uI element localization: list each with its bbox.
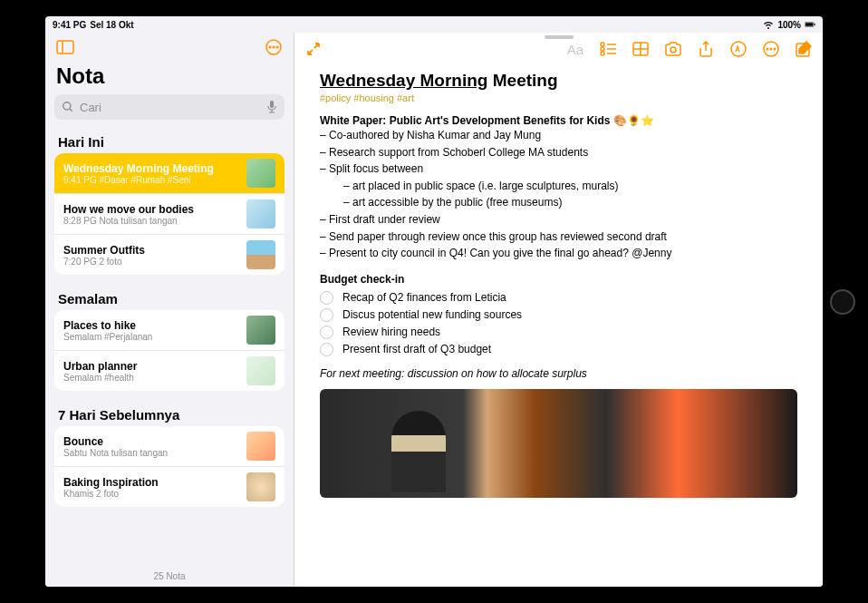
note-item-baking[interactable]: Baking Inspiration Khamis 2 foto (54, 467, 285, 507)
checklist-item[interactable]: Recap of Q2 finances from Leticia (320, 289, 797, 306)
ipad-frame: 9:41 PG Sel 18 Okt 100% Nota (0, 0, 868, 603)
checklist-item[interactable]: Discus potential new funding sources (320, 306, 797, 324)
section-header-yesterday: Semalam (54, 284, 285, 310)
markup-button[interactable] (728, 39, 748, 59)
note-line: – Present to city council in Q4! Can you… (320, 245, 797, 262)
note-count: 25 Nota (45, 568, 294, 587)
note-line: – art placed in public space (i.e. large… (320, 178, 797, 195)
svg-point-7 (273, 46, 275, 48)
sidebar-title: Nota (45, 62, 294, 94)
note-sub: 8:28 PG Nota tulisan tangan (63, 216, 239, 226)
search-input[interactable] (80, 101, 261, 114)
note-item-urban[interactable]: Urban planner Semalam #health (54, 351, 285, 391)
expand-button[interactable] (304, 39, 323, 59)
svg-point-16 (601, 52, 604, 55)
svg-rect-11 (270, 101, 274, 108)
note-item-summer[interactable]: Summer Outfits 7:20 PG 2 foto (54, 235, 285, 275)
note-item-hike[interactable]: Places to hike Semalam #Perjalanan (54, 310, 285, 351)
note-thumbnail (246, 240, 275, 269)
note-thumbnail (246, 472, 275, 501)
wifi-icon (763, 19, 774, 30)
drag-handle-icon[interactable] (545, 35, 574, 39)
checkbox-icon[interactable] (320, 291, 333, 305)
svg-point-25 (770, 48, 772, 50)
svg-line-10 (70, 109, 72, 112)
screen: 9:41 PG Sel 18 Okt 100% Nota (45, 16, 823, 587)
note-sub: 7:20 PG 2 foto (63, 257, 239, 267)
note-sub: Semalam #Perjalanan (63, 332, 239, 342)
note-line: – Send paper through review once this gr… (320, 229, 797, 246)
note-item-bodies[interactable]: How we move our bodies 8:28 PG Nota tuli… (54, 194, 285, 235)
note-title: Summer Outfits (63, 244, 239, 257)
note-thumbnail (246, 199, 275, 229)
note-item-bounce[interactable]: Bounce Sabtu Nota tulisan tangan (54, 426, 285, 467)
note-line: – Research support from Schoberl College… (320, 144, 797, 161)
checkbox-icon[interactable] (320, 308, 333, 322)
status-date: Sel 18 Okt (90, 20, 133, 30)
note-line: – art accessible by the public (free mus… (320, 194, 797, 211)
svg-point-8 (276, 46, 278, 48)
svg-point-26 (774, 48, 776, 50)
app-body: Nota Hari Ini Wednesday Morning Meeting … (45, 33, 823, 587)
mic-icon[interactable] (266, 100, 277, 114)
note-sub: 9:41 PG #Dasar #Rumah #Seni (63, 175, 239, 185)
note-sub: Khamis 2 foto (63, 489, 239, 499)
notes-list[interactable]: Hari Ini Wednesday Morning Meeting 9:41 … (45, 127, 294, 568)
more-button[interactable] (761, 39, 781, 59)
svg-point-21 (670, 47, 676, 53)
note-heading: Wednesday Morning Meeting (320, 71, 797, 91)
svg-point-12 (601, 43, 604, 46)
search-box[interactable] (54, 94, 285, 120)
note-thumbnail (246, 316, 275, 345)
svg-point-9 (63, 102, 71, 110)
note-line: – Co-authored by Nisha Kumar and Jay Mun… (320, 127, 797, 144)
more-options-button[interactable] (263, 36, 285, 58)
note-thumbnail (246, 432, 275, 461)
checkbox-icon[interactable] (320, 343, 333, 356)
svg-rect-2 (815, 24, 815, 26)
note-title: Wednesday Morning Meeting (63, 162, 239, 175)
camera-button[interactable] (663, 39, 683, 59)
share-button[interactable] (696, 39, 716, 59)
svg-rect-1 (805, 23, 814, 25)
checklist: Recap of Q2 finances from Leticia Discus… (320, 289, 797, 358)
note-thumbnail (246, 159, 275, 188)
main-editor: Aa (294, 33, 823, 587)
note-body[interactable]: Wednesday Morning Meeting #policy #housi… (294, 65, 823, 587)
note-item-wednesday[interactable]: Wednesday Morning Meeting 9:41 PG #Dasar… (54, 153, 285, 194)
home-button[interactable] (830, 289, 855, 315)
note-italic-line: For next meeting: discussion on how to a… (320, 367, 797, 380)
battery-icon (805, 19, 815, 30)
note-title: Baking Inspiration (63, 476, 239, 489)
svg-point-14 (601, 47, 604, 51)
table-button[interactable] (631, 39, 651, 59)
note-line: – Split focus between (320, 160, 797, 178)
svg-point-24 (767, 48, 768, 50)
note-sub: Sabtu Nota tulisan tangan (63, 448, 239, 458)
section-white-paper: White Paper: Public Art's Development Be… (320, 114, 797, 127)
note-sub: Semalam #health (63, 373, 239, 383)
note-title: Urban planner (63, 360, 239, 373)
note-title: Bounce (63, 435, 239, 448)
format-button[interactable]: Aa (565, 39, 585, 59)
checklist-button[interactable] (598, 39, 618, 59)
section-header-today: Hari Ini (54, 127, 285, 153)
checklist-item[interactable]: Review hiring needs (320, 324, 797, 341)
status-bar: 9:41 PG Sel 18 Okt 100% (45, 16, 823, 33)
status-time: 9:41 PG (53, 20, 86, 30)
sidebar: Nota Hari Ini Wednesday Morning Meeting … (45, 33, 294, 587)
note-attached-image[interactable] (320, 389, 797, 498)
checkbox-icon[interactable] (320, 326, 333, 339)
search-icon (62, 101, 74, 113)
note-title: How we move our bodies (63, 203, 239, 216)
sidebar-toggle-button[interactable] (54, 36, 76, 58)
note-line: – First draft under review (320, 211, 797, 229)
compose-button[interactable] (794, 39, 814, 59)
note-tags: #policy #housing #art (320, 92, 797, 103)
note-thumbnail (246, 356, 275, 385)
checklist-item[interactable]: Present first draft of Q3 budget (320, 341, 797, 358)
svg-point-6 (269, 46, 271, 48)
svg-rect-3 (57, 41, 73, 53)
note-title: Places to hike (63, 319, 239, 332)
battery-percent: 100% (777, 20, 801, 30)
